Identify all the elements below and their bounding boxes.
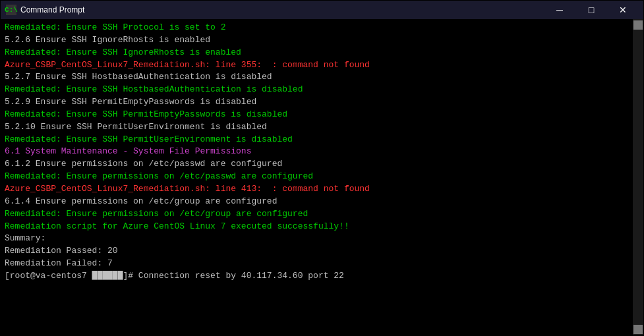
terminal-line: Remediated: Ensure SSH IgnoreRhosts is e… [5, 47, 629, 59]
minimize-button[interactable]: ─ [544, 1, 575, 19]
window-icon: C:\ [6, 5, 16, 15]
terminal-line: Azure_CSBP_CentOS_Linux7_Remediation.sh:… [5, 59, 629, 72]
close-button[interactable]: ✕ [608, 1, 638, 19]
terminal-line: 6.1.4 Ensure permissions on /etc/group a… [5, 196, 629, 208]
terminal-line: Remediation Failed: 7 [5, 258, 629, 270]
terminal-line: 5.2.7 Ensure SSH HostbasedAuthentication… [5, 71, 629, 84]
terminal-line: Remediated: Ensure permissions on /etc/g… [5, 208, 629, 221]
terminal-line: Remediated: Ensure SSH HostbasedAuthenti… [5, 84, 629, 96]
terminal-line: Remediation Passed: 20 [5, 245, 629, 258]
scroll-down-button[interactable] [633, 325, 643, 334]
terminal-line: Remediated: Ensure SSH PermitUserEnviron… [5, 134, 629, 146]
terminal-line: Summary: [5, 233, 629, 245]
terminal-line: 6.1 System Maintenance - System File Per… [5, 146, 629, 158]
terminal-line: 5.2.10 Ensure SSH PermitUserEnvironment … [5, 121, 629, 134]
title-bar: C:\ Command Prompt ─ □ ✕ [1, 1, 643, 19]
window-controls: ─ □ ✕ [544, 1, 638, 19]
terminal-line: 6.1.2 Ensure permissions on /etc/passwd … [5, 158, 629, 171]
terminal-line: 5.2.9 Ensure SSH PermitEmptyPasswords is… [5, 96, 629, 109]
scroll-track [633, 30, 643, 325]
scroll-up-button[interactable] [633, 20, 643, 30]
command-prompt-window: C:\ Command Prompt ─ □ ✕ Remediated: Ens… [0, 0, 644, 336]
terminal-line: [root@va-centos7 ██████]# Connection res… [5, 270, 629, 283]
terminal-line: Remediated: Ensure SSH Protocol is set t… [5, 22, 629, 34]
maximize-button[interactable]: □ [576, 1, 606, 19]
terminal-line: Remediated: Ensure SSH PermitEmptyPasswo… [5, 109, 629, 121]
terminal-output: Remediated: Ensure SSH Protocol is set t… [1, 19, 633, 335]
terminal-line: 5.2.6 Ensure SSH IgnoreRhosts is enabled [5, 34, 629, 47]
terminal-line: Remediation script for Azure CentOS Linu… [5, 221, 629, 233]
terminal-line: Azure_CSBP_CentOS_Linux7_Remediation.sh:… [5, 183, 629, 196]
scrollbar[interactable] [633, 19, 643, 335]
terminal-line: Remediated: Ensure permissions on /etc/p… [5, 171, 629, 183]
window-title: Command Prompt [20, 5, 541, 14]
